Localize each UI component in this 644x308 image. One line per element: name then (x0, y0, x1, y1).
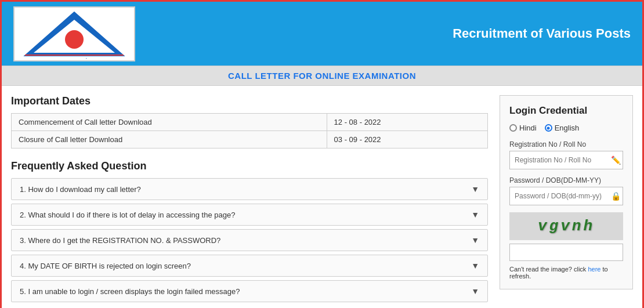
faq-item-text: 1. How do I download my call letter? (20, 185, 141, 194)
chevron-down-icon: ▼ (471, 287, 479, 296)
important-dates-title: Important Dates (11, 95, 488, 107)
table-row: Closure of Call letter Download03 - 09 -… (12, 131, 488, 148)
reg-label: Registration No / Roll No (509, 140, 623, 148)
right-panel: Login Credential Hindi English Registrat… (500, 95, 633, 306)
english-option[interactable]: English (545, 124, 580, 132)
banner: CALL LETTER FOR ONLINE EXAMINATION (2, 66, 642, 86)
login-box: Login Credential Hindi English Registrat… (500, 95, 633, 289)
logo: मानक: पथप्रदर्शक: (13, 6, 135, 61)
password-input[interactable] (510, 188, 606, 204)
hindi-radio[interactable] (509, 124, 517, 132)
faq-item[interactable]: 2. What should I do if there is lot of d… (11, 204, 488, 226)
login-title: Login Credential (509, 105, 623, 117)
faq-item-text: 4. My DATE OF BIRTH is rejected on login… (20, 262, 191, 270)
captcha-input[interactable] (510, 244, 623, 260)
chevron-down-icon: ▼ (471, 210, 479, 219)
reg-input[interactable] (510, 152, 606, 168)
date-label: Closure of Call letter Download (12, 131, 327, 148)
chevron-down-icon: ▼ (471, 261, 479, 270)
hindi-option[interactable]: Hindi (509, 124, 537, 132)
lock-icon[interactable]: 🔒 (606, 187, 625, 205)
english-label: English (555, 124, 580, 132)
banner-text: CALL LETTER FOR ONLINE EXAMINATION (228, 71, 416, 81)
captcha-image: vgvnh (509, 212, 623, 240)
header: मानक: पथप्रदर्शक: Recruitment of Various… (2, 2, 642, 66)
faq-item-text: 2. What should I do if there is lot of d… (20, 211, 235, 219)
faq-item[interactable]: 3. Where do I get the REGISTRATION NO. &… (11, 229, 488, 251)
faq-title: Frequently Asked Question (11, 160, 488, 172)
password-input-row: 🔒 (509, 187, 623, 205)
main-content: Important Dates Commencement of Call let… (2, 86, 642, 308)
svg-text:मानक: पथप्रदर्शक:: मानक: पथप्रदर्शक: (56, 57, 93, 59)
captcha-hint-prefix: Can't read the image? click (509, 266, 588, 273)
faq-item[interactable]: 4. My DATE OF BIRTH is rejected on login… (11, 255, 488, 277)
password-label: Password / DOB(DD-MM-YY) (509, 176, 623, 184)
faq-item-text: 3. Where do I get the REGISTRATION NO. &… (20, 236, 220, 245)
english-radio[interactable] (545, 124, 552, 132)
left-section: Important Dates Commencement of Call let… (11, 95, 488, 306)
table-row: Commencement of Call letter Download12 -… (12, 114, 488, 131)
faq-list: 1. How do I download my call letter?▼2. … (11, 178, 488, 302)
hindi-label: Hindi (519, 124, 537, 132)
svg-rect-3 (25, 55, 124, 56)
captcha-refresh-link[interactable]: here (588, 266, 600, 273)
captcha-input-row (509, 244, 623, 261)
chevron-down-icon: ▼ (471, 235, 479, 245)
date-value: 03 - 09 - 2022 (327, 131, 487, 148)
captcha-text: vgvnh (538, 218, 595, 235)
svg-point-2 (65, 30, 84, 49)
faq-item[interactable]: 5. I am unable to login / screen display… (11, 280, 488, 302)
date-label: Commencement of Call letter Download (12, 114, 327, 131)
date-value: 12 - 08 - 2022 (327, 114, 487, 131)
faq-item[interactable]: 1. How do I download my call letter?▼ (11, 178, 488, 200)
edit-icon[interactable]: ✏️ (606, 151, 625, 169)
captcha-hint: Can't read the image? click here to refr… (509, 266, 623, 280)
reg-input-row: ✏️ (509, 151, 623, 169)
dates-table: Commencement of Call letter Download12 -… (11, 113, 488, 148)
header-title: Recruitment of Various Posts (453, 26, 631, 41)
chevron-down-icon: ▼ (471, 184, 479, 194)
faq-item-text: 5. I am unable to login / screen display… (20, 287, 240, 296)
language-row: Hindi English (509, 124, 623, 132)
